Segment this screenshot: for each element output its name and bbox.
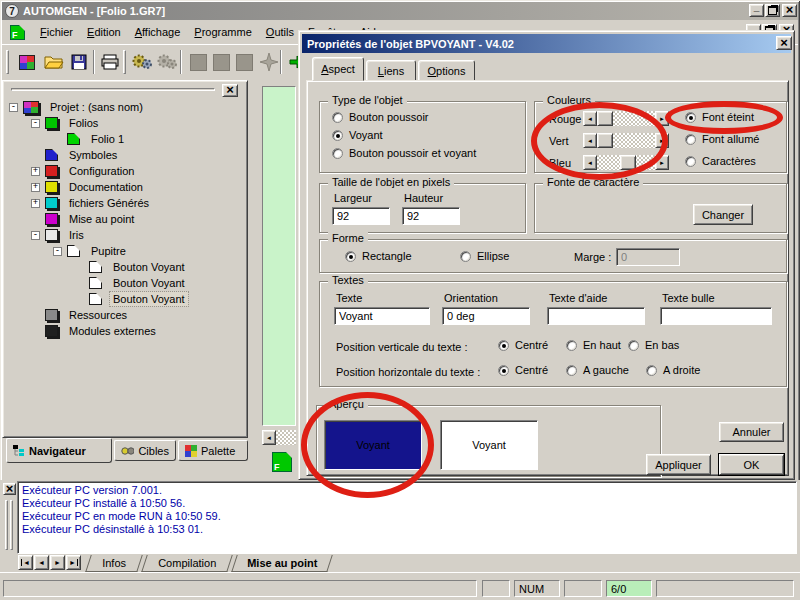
compile-button[interactable]	[129, 49, 155, 75]
radio-icon[interactable]	[498, 340, 509, 351]
tree-item-projet[interactable]: - Projet : (sans nom)	[9, 99, 146, 115]
output-log[interactable]: Exécuteur PC version 7.001. Exécuteur PC…	[17, 481, 797, 554]
radio-v-en-haut[interactable]: En haut	[566, 339, 621, 351]
tab-cibles[interactable]: Cibles	[114, 440, 176, 461]
tree-item-documentation[interactable]: + Documentation	[31, 179, 146, 195]
next-tab-button[interactable]	[50, 555, 65, 570]
save-button[interactable]	[66, 49, 92, 75]
close-button[interactable]	[782, 4, 797, 17]
expand-collapse-icon[interactable]: +	[31, 183, 40, 192]
tab-options[interactable]: Options	[418, 60, 475, 81]
tree-item-bouton-voyant-1[interactable]: Bouton Voyant	[75, 259, 188, 275]
open-button[interactable]	[41, 49, 67, 75]
preview-voyant-eteint[interactable]: Voyant	[324, 420, 422, 470]
slider-right-icon[interactable]	[655, 133, 669, 148]
panel-drag-handle[interactable]	[11, 88, 215, 91]
radio-icon[interactable]	[332, 130, 343, 141]
radio-icon[interactable]	[685, 134, 696, 145]
preview-voyant-allume[interactable]: Voyant	[440, 420, 538, 470]
bleu-slider[interactable]	[583, 155, 669, 170]
tree-item-bouton-voyant-2[interactable]: Bouton Voyant	[75, 275, 188, 291]
tree-item-iris[interactable]: - Iris	[31, 227, 87, 243]
tab-navigateur[interactable]: Navigateur	[6, 438, 112, 463]
texte-aide-input[interactable]	[547, 307, 645, 325]
toolbar-grip[interactable]	[6, 50, 9, 74]
expand-collapse-icon[interactable]: -	[53, 247, 62, 256]
menu-edition[interactable]: Edition	[80, 23, 128, 41]
rouge-slider[interactable]	[583, 111, 669, 126]
toolbar-grip[interactable]	[123, 50, 126, 74]
new-project-button[interactable]	[14, 49, 40, 75]
radio-icon[interactable]	[332, 112, 343, 123]
menu-fichier[interactable]: Fichier	[33, 23, 80, 41]
expand-collapse-icon[interactable]: -	[9, 103, 18, 112]
slider-right-icon[interactable]	[655, 155, 669, 170]
radio-v-centre[interactable]: Centré	[498, 339, 548, 351]
expand-collapse-icon[interactable]: -	[31, 119, 40, 128]
canvas-horizontal-scrollbar[interactable]	[262, 430, 296, 445]
last-tab-button[interactable]	[66, 555, 81, 570]
expand-collapse-icon[interactable]: +	[31, 199, 40, 208]
radio-voyant[interactable]: Voyant	[332, 129, 383, 141]
dialog-titlebar[interactable]: Propriétés de l'objet BPVOYANT - V4.02	[302, 34, 791, 53]
radio-ellipse[interactable]: Ellipse	[460, 250, 509, 262]
appliquer-button[interactable]: Appliquer	[646, 454, 711, 475]
annuler-button[interactable]: Annuler	[719, 422, 784, 442]
radio-h-centre[interactable]: Centré	[498, 364, 548, 376]
tree-item-mise-au-point[interactable]: Mise au point	[31, 211, 137, 227]
texte-bulle-input[interactable]	[660, 307, 772, 325]
radio-icon[interactable]	[685, 112, 696, 123]
output-grip[interactable]	[5, 500, 8, 550]
texte-input[interactable]	[334, 307, 430, 325]
radio-icon[interactable]	[566, 365, 577, 376]
tab-aspect[interactable]: Aspect	[312, 57, 364, 81]
output-tab-infos[interactable]: Infos	[85, 555, 143, 572]
menu-affichage[interactable]: Affichage	[128, 23, 188, 41]
radio-h-a-gauche[interactable]: A gauche	[566, 364, 629, 376]
menu-programme[interactable]: Programme	[187, 23, 258, 41]
ok-button[interactable]: OK	[719, 454, 784, 475]
output-tab-mise-au-point[interactable]: Mise au point	[231, 555, 333, 572]
radio-rectangle[interactable]: Rectangle	[345, 250, 412, 262]
radio-font-eteint[interactable]: Font éteint	[685, 111, 754, 123]
radio-icon[interactable]	[628, 340, 639, 351]
expand-collapse-icon[interactable]: -	[31, 231, 40, 240]
orientation-input[interactable]	[442, 307, 530, 325]
output-close-button[interactable]	[3, 483, 16, 495]
tree-item-bouton-voyant-3[interactable]: Bouton Voyant	[75, 291, 188, 307]
hauteur-input[interactable]	[402, 207, 460, 225]
slider-left-icon[interactable]	[583, 133, 597, 148]
tree-item-ressources[interactable]: Ressources	[31, 307, 130, 323]
radio-icon[interactable]	[332, 148, 343, 159]
tree-item-pupitre[interactable]: - Pupitre	[53, 243, 129, 259]
radio-icon[interactable]	[685, 156, 696, 167]
slider-thumb[interactable]	[620, 155, 636, 170]
tree-item-folios[interactable]: - Folios	[31, 115, 101, 131]
changer-button[interactable]: Changer	[693, 204, 753, 225]
radio-icon[interactable]	[566, 340, 577, 351]
minimize-button[interactable]	[749, 4, 764, 17]
first-tab-button[interactable]	[18, 555, 33, 570]
tree-item-modules-externes[interactable]: Modules externes	[31, 323, 159, 339]
tree-item-configuration[interactable]: + Configuration	[31, 163, 137, 179]
dialog-close-button[interactable]	[776, 36, 792, 50]
slider-thumb[interactable]	[597, 111, 613, 126]
folio-canvas[interactable]	[262, 86, 296, 426]
vert-slider[interactable]	[583, 133, 669, 148]
slider-right-icon[interactable]	[655, 111, 669, 126]
print-button[interactable]	[97, 49, 123, 75]
radio-icon[interactable]	[460, 251, 471, 262]
scroll-left-icon[interactable]	[262, 430, 276, 445]
radio-icon[interactable]	[646, 365, 657, 376]
radio-icon[interactable]	[345, 251, 356, 262]
menu-outils[interactable]: Outils	[259, 23, 301, 41]
radio-bouton-poussoir[interactable]: Bouton poussoir	[332, 111, 429, 123]
slider-thumb[interactable]	[597, 133, 613, 148]
tab-palette[interactable]: Palette	[178, 440, 248, 461]
tab-liens[interactable]: Liens	[366, 60, 416, 81]
radio-icon[interactable]	[498, 365, 509, 376]
slider-left-icon[interactable]	[583, 155, 597, 170]
tree-item-symboles[interactable]: Symboles	[31, 147, 120, 163]
tree-item-fichiers-generes[interactable]: + fichiers Générés	[31, 195, 152, 211]
prev-tab-button[interactable]	[34, 555, 49, 570]
